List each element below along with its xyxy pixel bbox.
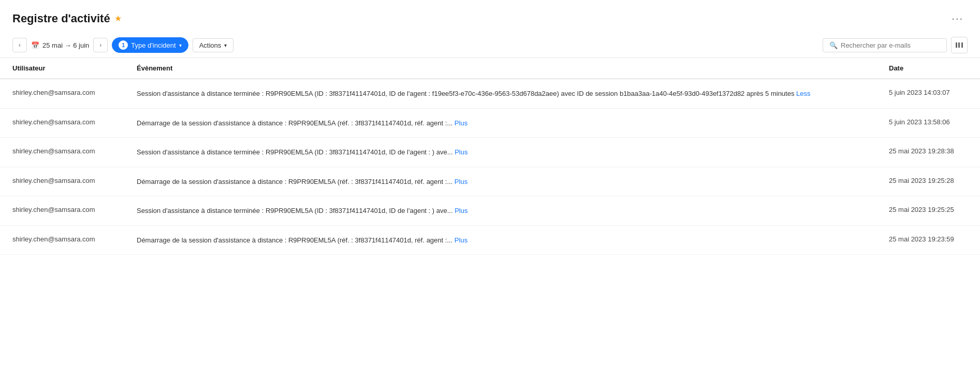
event-text: Démarrage de la session d'assistance à d… <box>137 236 455 244</box>
cell-user: shirley.chen@samsara.com <box>0 225 124 255</box>
toolbar-right: 🔍 <box>823 37 968 53</box>
table-row: shirley.chen@samsara.comDémarrage de la … <box>0 167 980 196</box>
event-text: Session d'assistance à distance terminée… <box>137 148 455 156</box>
more-options-button[interactable]: ··· <box>947 10 968 26</box>
cell-user: shirley.chen@samsara.com <box>0 138 124 167</box>
cell-user: shirley.chen@samsara.com <box>0 79 124 108</box>
columns-toggle-button[interactable] <box>951 37 968 53</box>
cell-event: Démarrage de la session d'assistance à d… <box>124 225 876 255</box>
chevron-down-icon: ▾ <box>179 42 182 48</box>
cell-date: 25 mai 2023 19:23:59 <box>876 225 980 255</box>
chevron-right-icon: › <box>99 41 101 49</box>
incident-type-filter-button[interactable]: 1 Type d'incident ▾ <box>112 37 188 53</box>
col-header-user: Utilisateur <box>0 58 124 79</box>
filter-label: Type d'incident <box>131 41 175 49</box>
col-header-event: Évènement <box>124 58 876 79</box>
cell-event: Session d'assistance à distance terminée… <box>124 196 876 226</box>
expand-link[interactable]: Plus <box>455 119 467 127</box>
cell-user: shirley.chen@samsara.com <box>0 108 124 138</box>
prev-date-button[interactable]: ‹ <box>12 38 27 52</box>
cell-date: 25 mai 2023 19:25:25 <box>876 196 980 226</box>
cell-user: shirley.chen@samsara.com <box>0 167 124 196</box>
date-navigation: ‹ 📅 25 mai → 6 juin › <box>12 38 108 52</box>
actions-button[interactable]: Actions ▾ <box>193 38 234 52</box>
page-title: Registre d'activité <box>12 12 110 25</box>
expand-link[interactable]: Plus <box>455 178 467 185</box>
date-range-text: 25 mai → 6 juin <box>42 41 89 49</box>
chevron-left-icon: ‹ <box>19 41 21 49</box>
cell-date: 5 juin 2023 14:03:07 <box>876 79 980 108</box>
cell-date: 5 juin 2023 13:58:06 <box>876 108 980 138</box>
event-text: Démarrage de la session d'assistance à d… <box>137 119 455 127</box>
cell-date: 25 mai 2023 19:28:38 <box>876 138 980 167</box>
table-row: shirley.chen@samsara.comDémarrage de la … <box>0 225 980 255</box>
cell-event: Démarrage de la session d'assistance à d… <box>124 108 876 138</box>
filter-badge: 1 <box>119 40 128 50</box>
table-row: shirley.chen@samsara.comDémarrage de la … <box>0 108 980 138</box>
actions-chevron-icon: ▾ <box>224 42 227 48</box>
table-body: shirley.chen@samsara.comSession d'assist… <box>0 79 980 255</box>
activity-table: Utilisateur Évènement Date shirley.chen@… <box>0 58 980 255</box>
event-text: Démarrage de la session d'assistance à d… <box>137 178 455 185</box>
cell-event: Session d'assistance à distance terminée… <box>124 79 876 108</box>
expand-link[interactable]: Plus <box>455 148 467 156</box>
cell-event: Session d'assistance à distance terminée… <box>124 138 876 167</box>
expand-link[interactable]: Plus <box>455 207 467 214</box>
cell-event: Démarrage de la session d'assistance à d… <box>124 167 876 196</box>
cell-date: 25 mai 2023 19:25:28 <box>876 167 980 196</box>
columns-icon <box>956 42 963 48</box>
col-header-date: Date <box>876 58 980 79</box>
table-row: shirley.chen@samsara.comSession d'assist… <box>0 79 980 108</box>
table-row: shirley.chen@samsara.comSession d'assist… <box>0 138 980 167</box>
next-date-button[interactable]: › <box>93 38 108 52</box>
page-title-area: Registre d'activité ★ <box>12 12 122 25</box>
expand-link[interactable]: Plus <box>455 236 467 244</box>
table-header: Utilisateur Évènement Date <box>0 58 980 79</box>
actions-label: Actions <box>199 41 222 49</box>
event-text: Session d'assistance à distance terminée… <box>137 90 796 97</box>
star-icon[interactable]: ★ <box>114 13 122 23</box>
search-input[interactable] <box>841 41 940 49</box>
toolbar: ‹ 📅 25 mai → 6 juin › 1 Type d'incident … <box>0 33 980 58</box>
page-header: Registre d'activité ★ ··· <box>0 0 980 33</box>
table-row: shirley.chen@samsara.comSession d'assist… <box>0 196 980 226</box>
search-box[interactable]: 🔍 <box>823 38 947 52</box>
cell-user: shirley.chen@samsara.com <box>0 196 124 226</box>
activity-table-container: Utilisateur Évènement Date shirley.chen@… <box>0 58 980 255</box>
collapse-link[interactable]: Less <box>796 90 810 97</box>
date-range-display: 📅 25 mai → 6 juin <box>29 41 91 49</box>
event-text: Session d'assistance à distance terminée… <box>137 207 455 214</box>
search-icon: 🔍 <box>829 41 838 49</box>
calendar-icon: 📅 <box>31 41 39 49</box>
